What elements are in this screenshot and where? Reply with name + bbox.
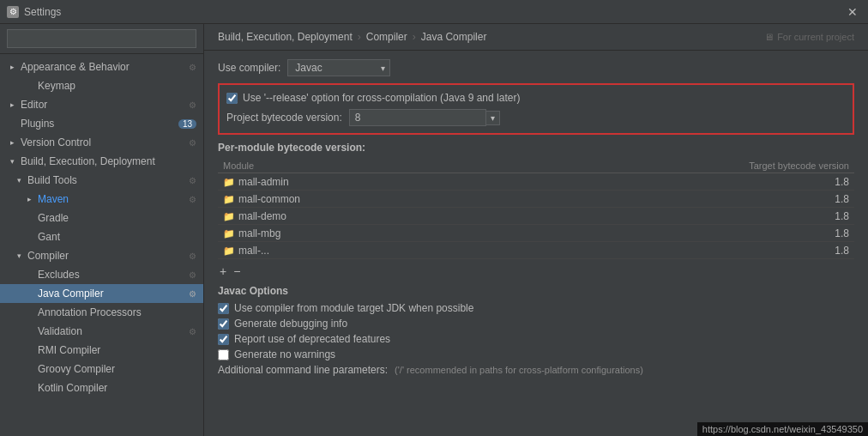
module-table-header: Module Target bytecode version [218, 159, 854, 173]
javac-option-nowarnings-checkbox[interactable] [218, 349, 229, 360]
module-version-cell: 1.8 [499, 173, 854, 191]
sidebar-item-annotation-processors[interactable]: Annotation Processors [0, 303, 203, 322]
remove-module-button[interactable]: − [232, 264, 242, 278]
module-version-cell: 1.8 [499, 191, 854, 208]
breadcrumb-sep-2: › [413, 31, 416, 43]
module-icon: 📁 [223, 228, 235, 239]
main-layout: ▸ Appearance & Behavior ⚙ Keymap ▸ Edito… [0, 24, 868, 436]
javac-option-deprecated-checkbox[interactable] [218, 334, 229, 345]
compiler-select[interactable]: Javac Eclipse Ajc [287, 59, 390, 76]
table-actions: + − [218, 264, 854, 278]
breadcrumb-current: Java Compiler [421, 31, 487, 43]
sidebar-item-label: Java Compiler [38, 288, 189, 300]
use-compiler-row: Use compiler: Javac Eclipse Ajc [218, 59, 854, 76]
sidebar-item-plugins[interactable]: Plugins 13 [0, 114, 203, 133]
use-compiler-label: Use compiler: [218, 62, 280, 74]
breadcrumb-part-2[interactable]: Compiler [366, 31, 407, 43]
javac-option-deprecated-row: Report use of deprecated features [218, 333, 854, 345]
javac-option-nowarnings-label: Generate no warnings [234, 348, 335, 360]
sidebar-item-version-control[interactable]: ▸ Version Control ⚙ [0, 133, 203, 152]
sidebar-item-editor[interactable]: ▸ Editor ⚙ [0, 95, 203, 114]
bytecode-input-wrap: ▾ [349, 109, 500, 126]
sidebar-item-label: Groovy Compiler [38, 363, 196, 375]
sidebar-item-label: Editor [21, 99, 189, 111]
sidebar-item-label: Compiler [27, 250, 189, 262]
search-input[interactable] [7, 29, 196, 48]
sidebar-item-java-compiler[interactable]: Java Compiler ⚙ [0, 284, 203, 303]
module-name-cell: 📁mall-common [218, 191, 499, 208]
sidebar-item-appearance-behavior[interactable]: ▸ Appearance & Behavior ⚙ [0, 58, 203, 76]
breadcrumb-part-1[interactable]: Build, Execution, Deployment [218, 31, 353, 43]
sidebar: ▸ Appearance & Behavior ⚙ Keymap ▸ Edito… [0, 24, 204, 436]
javac-option-deprecated-label: Report use of deprecated features [234, 333, 390, 345]
sidebar-item-validation[interactable]: Validation ⚙ [0, 322, 203, 341]
compiler-select-wrapper: Javac Eclipse Ajc [287, 59, 390, 76]
title-bar: ⚙ Settings ✕ [0, 0, 868, 24]
arrow-icon: ▸ [10, 63, 19, 71]
bytecode-label: Project bytecode version: [226, 112, 342, 124]
javac-option-module-jdk-label: Use compiler from module target JDK when… [234, 302, 473, 314]
breadcrumb-right-text: For current project [777, 32, 854, 42]
module-name-cell: 📁mall-demo [218, 208, 499, 225]
breadcrumb-sep-1: › [358, 31, 361, 43]
module-version-cell: 1.8 [499, 225, 854, 242]
sidebar-item-excludes[interactable]: Excludes ⚙ [0, 265, 203, 284]
module-table: Module Target bytecode version 📁mall-adm… [218, 159, 854, 259]
module-icon: 📁 [223, 177, 235, 187]
sidebar-item-gradle[interactable]: Gradle [0, 209, 203, 227]
release-option-checkbox[interactable] [226, 93, 238, 104]
module-name-cell: 📁mall-admin [218, 173, 499, 191]
table-row: 📁mall-... 1.8 [218, 242, 854, 259]
module-icon: 📁 [223, 211, 235, 221]
module-name-cell: 📁mall-mbg [218, 225, 499, 242]
arrow-icon: ▸ [10, 100, 19, 109]
sidebar-item-build-execution-deployment[interactable]: ▾ Build, Execution, Deployment [0, 152, 203, 171]
javac-option-debug-row: Generate debugging info [218, 318, 854, 330]
sidebar-item-label: Maven [38, 193, 189, 205]
breadcrumb-left: Build, Execution, Deployment › Compiler … [218, 31, 486, 43]
arrow-icon: ▸ [10, 138, 19, 147]
module-version-cell: 1.8 [499, 242, 854, 259]
sidebar-item-compiler[interactable]: ▾ Compiler ⚙ [0, 246, 203, 265]
bytecode-input[interactable] [349, 109, 486, 126]
add-module-button[interactable]: + [218, 264, 228, 278]
settings-icon: ⚙ [189, 270, 196, 280]
table-row: 📁mall-mbg 1.8 [218, 225, 854, 242]
module-table-body: 📁mall-admin 1.8 📁mall-common 1.8 📁mall-d… [218, 173, 854, 259]
content-body: Use compiler: Javac Eclipse Ajc Use '--r… [204, 51, 868, 436]
javac-option-debug-label: Generate debugging info [234, 318, 347, 330]
settings-icon: ⚙ [189, 195, 196, 204]
app-icon: ⚙ [7, 6, 19, 18]
close-button[interactable]: ✕ [844, 3, 861, 21]
javac-option-module-jdk-row: Use compiler from module target JDK when… [218, 302, 854, 314]
sidebar-item-keymap[interactable]: Keymap [0, 76, 203, 95]
table-row: 📁mall-common 1.8 [218, 191, 854, 208]
module-icon: 📁 [223, 194, 235, 204]
version-col-header: Target bytecode version [499, 159, 854, 173]
plugin-badge: 13 [178, 119, 196, 129]
release-option-row: Use '--release' option for cross-compila… [226, 92, 846, 104]
watermark: https://blog.csdn.net/weixin_43549350 [697, 422, 868, 436]
sidebar-item-maven[interactable]: ▸ Maven ⚙ [0, 190, 203, 209]
bytecode-dropdown-button[interactable]: ▾ [486, 111, 500, 125]
sidebar-item-groovy-compiler[interactable]: Groovy Compiler [0, 360, 203, 378]
breadcrumb: Build, Execution, Deployment › Compiler … [204, 24, 868, 51]
settings-icon: ⚙ [189, 138, 196, 148]
module-col-header: Module [218, 159, 499, 173]
settings-icon: ⚙ [189, 100, 196, 110]
sidebar-item-label: Annotation Processors [38, 306, 196, 318]
sidebar-item-kotlin-compiler[interactable]: Kotlin Compiler [0, 378, 203, 397]
sidebar-item-build-tools[interactable]: ▾ Build Tools ⚙ [0, 171, 203, 190]
sidebar-item-label: Keymap [38, 80, 196, 92]
table-row: 📁mall-admin 1.8 [218, 173, 854, 191]
sidebar-item-gant[interactable]: Gant [0, 227, 203, 246]
additional-label: Additional command line parameters: [218, 364, 388, 376]
additional-hint: ('/' recommended in paths for cross-plat… [395, 365, 643, 375]
javac-option-module-jdk-checkbox[interactable] [218, 303, 229, 314]
sidebar-item-label: Excludes [38, 269, 189, 281]
javac-option-debug-checkbox[interactable] [218, 318, 229, 330]
arrow-icon: ▸ [27, 195, 36, 203]
settings-icon: ⚙ [189, 63, 196, 72]
sidebar-item-rmi-compiler[interactable]: RMI Compiler [0, 341, 203, 360]
sidebar-item-label: RMI Compiler [38, 344, 196, 356]
